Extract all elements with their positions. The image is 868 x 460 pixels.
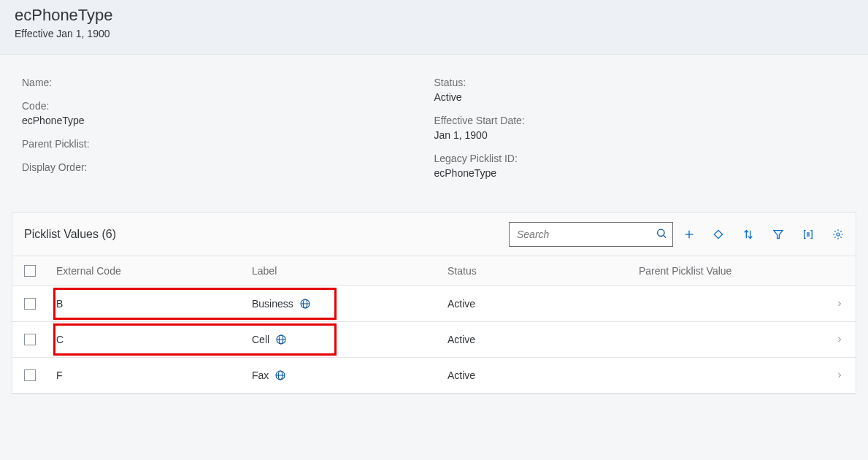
page-title: ecPhoneType bbox=[15, 6, 853, 25]
details-section: Name: Code: ecPhoneType Parent Picklist:… bbox=[0, 55, 868, 212]
col-external-code: External Code bbox=[56, 265, 252, 277]
cell-status: Active bbox=[448, 334, 639, 345]
page-subtitle: Effective Jan 1, 1900 bbox=[15, 28, 853, 39]
row-checkbox[interactable] bbox=[24, 334, 36, 345]
svg-marker-7 bbox=[774, 231, 783, 239]
cell-label: Cell bbox=[252, 334, 448, 345]
chevron-right-icon[interactable] bbox=[822, 299, 844, 308]
chevron-right-icon[interactable] bbox=[822, 371, 844, 380]
row-checkbox[interactable] bbox=[24, 369, 36, 381]
globe-icon[interactable] bbox=[299, 298, 311, 310]
add-button[interactable] bbox=[683, 229, 695, 240]
table-body: BBusinessActiveCCellActiveFFaxActive bbox=[12, 286, 856, 394]
diamond-button[interactable] bbox=[713, 229, 724, 240]
cell-label: Fax bbox=[252, 369, 448, 381]
col-status: Status bbox=[448, 265, 639, 277]
code-value: ecPhoneType bbox=[22, 115, 434, 126]
toolbar bbox=[683, 229, 844, 240]
search-icon[interactable] bbox=[656, 228, 667, 242]
details-button[interactable] bbox=[802, 229, 815, 240]
table-header: External Code Label Status Parent Pickli… bbox=[12, 256, 856, 286]
cell-label-text: Fax bbox=[252, 369, 269, 381]
cell-label-text: Cell bbox=[252, 334, 269, 345]
legacy-id-value: ecPhoneType bbox=[434, 167, 847, 179]
section-title: Picklist Values (6) bbox=[24, 228, 509, 241]
svg-point-0 bbox=[658, 229, 664, 236]
svg-rect-4 bbox=[714, 230, 722, 238]
search-wrap bbox=[509, 222, 673, 247]
globe-icon[interactable] bbox=[275, 334, 287, 345]
col-parent: Parent Picklist Value bbox=[639, 265, 822, 277]
table-row[interactable]: BBusinessActive bbox=[12, 286, 856, 322]
svg-line-1 bbox=[664, 236, 666, 238]
cell-label-text: Business bbox=[252, 298, 293, 310]
table-row[interactable]: FFaxActive bbox=[12, 358, 856, 394]
col-label: Label bbox=[252, 265, 448, 277]
svg-point-11 bbox=[837, 233, 840, 236]
cell-external-code: B bbox=[56, 298, 252, 310]
select-all-checkbox[interactable] bbox=[24, 265, 36, 277]
status-label: Status: bbox=[434, 77, 847, 88]
cell-label: Business bbox=[252, 298, 448, 310]
sort-button[interactable] bbox=[742, 229, 755, 240]
code-label: Code: bbox=[22, 100, 434, 112]
table-row[interactable]: CCellActive bbox=[12, 322, 856, 358]
section-header: Picklist Values (6) bbox=[12, 213, 856, 256]
status-value: Active bbox=[434, 91, 847, 103]
search-input[interactable] bbox=[509, 222, 673, 247]
parent-picklist-label: Parent Picklist: bbox=[22, 138, 434, 150]
name-label: Name: bbox=[22, 77, 434, 88]
globe-icon[interactable] bbox=[274, 369, 286, 381]
settings-button[interactable] bbox=[832, 229, 844, 240]
effective-date-value: Jan 1, 1900 bbox=[434, 129, 847, 141]
filter-button[interactable] bbox=[772, 229, 784, 240]
picklist-values-section: Picklist Values (6) bbox=[12, 212, 856, 394]
page-header: ecPhoneType Effective Jan 1, 1900 bbox=[0, 0, 868, 55]
cell-status: Active bbox=[448, 369, 639, 381]
effective-date-label: Effective Start Date: bbox=[434, 115, 847, 126]
cell-external-code: F bbox=[56, 369, 252, 381]
row-checkbox[interactable] bbox=[24, 298, 36, 310]
cell-external-code: C bbox=[56, 334, 252, 345]
legacy-id-label: Legacy Picklist ID: bbox=[434, 153, 847, 164]
display-order-label: Display Order: bbox=[22, 161, 434, 173]
chevron-right-icon[interactable] bbox=[822, 335, 844, 344]
cell-status: Active bbox=[448, 298, 639, 310]
